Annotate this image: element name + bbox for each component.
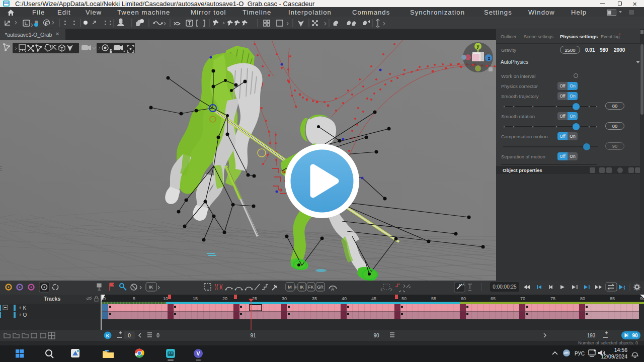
svg-text:z: z <box>488 56 491 61</box>
svg-text:193: 193 <box>587 333 596 338</box>
svg-text:+ K: + K <box>19 305 27 311</box>
svg-text:5: 5 <box>133 296 135 301</box>
svg-text:+ O: + O <box>19 312 27 318</box>
svg-text:FK: FK <box>308 285 314 290</box>
svg-text:A: A <box>331 287 334 292</box>
svg-text:M: M <box>288 285 292 290</box>
svg-text:20: 20 <box>222 296 227 301</box>
svg-text:14:56: 14:56 <box>614 347 627 353</box>
svg-text:0: 0 <box>156 333 159 338</box>
svg-text:IK: IK <box>149 285 153 290</box>
svg-text:50: 50 <box>401 296 407 301</box>
svg-text:0:00:00:25: 0:00:00:25 <box>493 284 517 290</box>
svg-text:60: 60 <box>461 296 466 301</box>
svg-text:70: 70 <box>520 296 525 301</box>
svg-text:K: K <box>106 333 110 338</box>
svg-text:65: 65 <box>491 296 496 301</box>
svg-text:91: 91 <box>250 333 256 338</box>
svg-text:10: 10 <box>163 296 168 301</box>
svg-text:30: 30 <box>282 296 287 301</box>
svg-text:85: 85 <box>610 296 615 301</box>
svg-text:90: 90 <box>632 333 638 338</box>
svg-text:90: 90 <box>373 333 379 338</box>
svg-text:РУС: РУС <box>575 351 585 356</box>
svg-text:45: 45 <box>371 296 376 301</box>
svg-text:12/09/2024: 12/09/2024 <box>601 353 627 359</box>
svg-text:40: 40 <box>342 296 347 301</box>
svg-text:GR: GR <box>317 285 324 290</box>
svg-text:55: 55 <box>431 296 436 301</box>
svg-text:80: 80 <box>580 296 585 301</box>
svg-text:35: 35 <box>312 296 317 301</box>
svg-text:A: A <box>462 283 464 286</box>
svg-text:Tracks: Tracks <box>44 296 60 302</box>
svg-text:0: 0 <box>128 333 131 338</box>
svg-text:75: 75 <box>550 296 555 301</box>
svg-text:V: V <box>196 350 200 356</box>
svg-text:y: y <box>476 44 479 49</box>
svg-text:IK: IK <box>300 285 304 290</box>
svg-text:15: 15 <box>193 296 198 301</box>
